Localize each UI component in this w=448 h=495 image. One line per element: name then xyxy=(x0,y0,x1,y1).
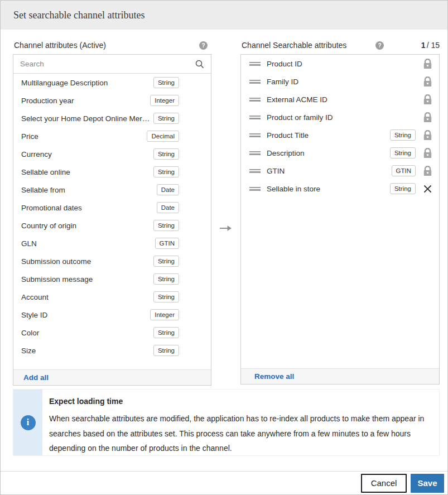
attribute-list: Multilanguage DescriptionStringProductio… xyxy=(13,74,211,369)
selection-counter: 1/ 15 xyxy=(413,41,440,50)
attribute-row[interactable]: Multilanguage DescriptionString xyxy=(13,74,211,92)
drag-handle-icon[interactable] xyxy=(249,132,261,138)
help-icon[interactable]: ? xyxy=(199,41,208,50)
attribute-row[interactable]: Submission messageString xyxy=(13,270,211,288)
type-badge: Integer xyxy=(150,309,179,320)
drag-handle-icon[interactable] xyxy=(249,186,261,192)
set-searchable-attributes-dialog: Set searchable channel attributes Channe… xyxy=(0,0,448,495)
attribute-row[interactable]: CurrencyString xyxy=(13,145,211,163)
attribute-row[interactable]: Select your Home Depot Online Merchandis… xyxy=(13,109,211,127)
attribute-row[interactable]: Sellable fromDate xyxy=(13,181,211,199)
channel-attributes-panel: Multilanguage DescriptionStringProductio… xyxy=(13,54,211,386)
type-badge: Decimal xyxy=(147,131,179,142)
attribute-label: Color xyxy=(21,329,153,337)
attribute-label: Product or family ID xyxy=(267,113,422,122)
attribute-label: Product ID xyxy=(267,60,422,68)
attribute-label: Submission message xyxy=(21,275,153,283)
type-badge: GTIN xyxy=(155,238,179,249)
info-callout: i Expect loading time When searchable at… xyxy=(13,389,440,456)
type-badge: String xyxy=(153,148,179,160)
attribute-label: Description xyxy=(267,149,390,157)
type-badge: String xyxy=(153,220,179,231)
attribute-row[interactable]: Country of originString xyxy=(13,217,211,234)
searchable-attribute-list: Product IDFamily IDExternal ACME IDProdu… xyxy=(241,55,439,368)
drag-handle-icon[interactable] xyxy=(249,97,261,103)
attribute-row[interactable]: Production yearInteger xyxy=(13,92,211,109)
drag-handle-icon[interactable] xyxy=(249,114,261,121)
attribute-row[interactable]: AccountString xyxy=(13,288,211,306)
attribute-row[interactable]: SizeString xyxy=(13,342,211,359)
dialog-title: Set searchable channel attributes xyxy=(13,9,144,21)
attribute-label: Submission outcome xyxy=(21,257,153,266)
attribute-label: External ACME ID xyxy=(267,95,422,104)
attribute-label: GLN xyxy=(21,239,155,248)
info-body: When searchable attributes are modified,… xyxy=(49,411,428,456)
attribute-row[interactable]: Submission outcomeString xyxy=(13,252,211,270)
lock-icon xyxy=(422,130,432,141)
attribute-row[interactable]: GLNGTIN xyxy=(13,234,211,252)
attribute-row[interactable]: Promotional datesDate xyxy=(13,199,211,217)
attribute-row[interactable]: Sellable onlineString xyxy=(13,163,211,181)
info-title: Expect loading time xyxy=(49,397,428,406)
searchable-attribute-row[interactable]: Family ID xyxy=(241,73,439,90)
search-input[interactable] xyxy=(20,60,195,68)
attribute-label: GTIN xyxy=(267,167,392,175)
remove-icon[interactable] xyxy=(422,185,432,193)
dialog-footer: Cancel Save xyxy=(1,471,447,494)
left-panel-footer: Add all xyxy=(13,369,211,385)
info-icon-column: i xyxy=(13,390,42,455)
type-badge: Integer xyxy=(150,95,179,106)
lock-icon xyxy=(422,59,432,69)
lock-icon xyxy=(422,166,432,176)
attribute-label: Price xyxy=(21,132,147,141)
type-badge: String xyxy=(153,291,179,302)
attribute-row[interactable]: PriceDecimal xyxy=(13,127,211,145)
attribute-label: Size xyxy=(21,347,153,355)
info-icon: i xyxy=(21,415,36,430)
drag-handle-icon[interactable] xyxy=(249,79,261,85)
attribute-label: Style ID xyxy=(21,311,150,319)
lock-icon xyxy=(422,148,432,158)
remove-all-button[interactable]: Remove all xyxy=(254,372,294,381)
lock-icon xyxy=(422,76,432,87)
drag-handle-icon[interactable] xyxy=(249,61,261,67)
counter-total: / 15 xyxy=(427,41,440,50)
attribute-label: Sellable from xyxy=(21,186,157,194)
searchable-attribute-row[interactable]: Product ID xyxy=(241,55,439,73)
type-badge: Date xyxy=(157,184,179,195)
type-badge: String xyxy=(390,147,416,158)
attribute-label: Country of origin xyxy=(21,222,153,230)
lock-icon xyxy=(422,94,432,105)
attribute-row[interactable]: ColorString xyxy=(13,324,211,342)
right-panel-label: Channel Searchable attributes xyxy=(242,41,346,50)
type-badge: String xyxy=(153,166,179,177)
searchable-attribute-row[interactable]: GTINGTIN xyxy=(241,162,439,180)
type-badge: String xyxy=(390,129,416,141)
searchable-attribute-row[interactable]: DescriptionString xyxy=(241,144,439,162)
attribute-label: Product Title xyxy=(267,131,390,140)
searchable-attribute-row[interactable]: External ACME ID xyxy=(241,90,439,108)
type-badge: String xyxy=(153,77,179,88)
attribute-label: Account xyxy=(21,293,153,301)
add-all-button[interactable]: Add all xyxy=(23,373,49,382)
attribute-label: Promotional dates xyxy=(21,204,157,212)
cancel-button[interactable]: Cancel xyxy=(361,474,407,493)
lock-icon xyxy=(422,112,432,123)
attribute-label: Production year xyxy=(21,97,150,105)
drag-handle-icon[interactable] xyxy=(249,168,261,174)
type-badge: GTIN xyxy=(392,165,416,176)
help-icon[interactable]: ? xyxy=(375,41,384,50)
attribute-label: Currency xyxy=(21,150,153,158)
searchable-attributes-panel: Product IDFamily IDExternal ACME IDProdu… xyxy=(240,54,440,385)
searchable-attribute-row[interactable]: Sellable in storeString xyxy=(241,180,439,198)
search-icon[interactable] xyxy=(195,60,204,69)
searchable-attribute-row[interactable]: Product or family ID xyxy=(241,108,439,126)
type-badge: String xyxy=(153,327,179,338)
searchable-attribute-row[interactable]: Product TitleString xyxy=(241,126,439,144)
attribute-row[interactable]: Style IDInteger xyxy=(13,306,211,324)
type-badge: String xyxy=(390,183,416,194)
attribute-label: Sellable online xyxy=(21,168,153,176)
drag-handle-icon[interactable] xyxy=(249,150,261,156)
save-button[interactable]: Save xyxy=(411,474,444,493)
attribute-label: Multilanguage Description xyxy=(21,79,153,87)
